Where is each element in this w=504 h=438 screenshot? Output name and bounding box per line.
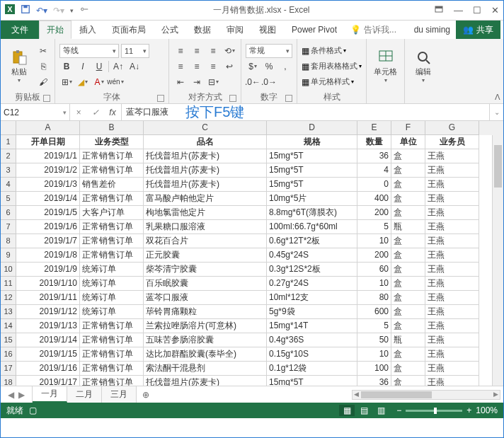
cell[interactable]: 正常销售订单 xyxy=(80,362,144,376)
prev-sheet-icon[interactable]: ◀ xyxy=(8,390,14,400)
zoom-in-icon[interactable]: + xyxy=(466,405,471,415)
zoom-slider[interactable] xyxy=(406,410,462,412)
cell[interactable]: 2019/1/9 xyxy=(16,263,80,277)
cells-button[interactable]: 单元格▾ xyxy=(371,40,400,92)
cell[interactable]: 400 xyxy=(357,192,391,206)
cell[interactable]: 5 xyxy=(357,220,391,234)
align-right-icon[interactable]: ≡ xyxy=(206,59,220,74)
number-format-select[interactable]: 常规 xyxy=(246,44,292,58)
cell[interactable]: 2019/1/3 xyxy=(16,178,80,192)
row-header[interactable]: 10 xyxy=(1,263,16,277)
tab-powerpivot[interactable]: Power Pivot xyxy=(284,21,345,39)
cell[interactable]: 2019/1/16 xyxy=(16,362,80,376)
cell[interactable]: 统筹订单 xyxy=(80,277,144,291)
cell[interactable]: 盒 xyxy=(391,319,425,333)
row-header[interactable]: 4 xyxy=(1,178,16,192)
cell[interactable]: 开单日期 xyxy=(16,135,80,149)
save-icon[interactable] xyxy=(21,4,30,16)
cell[interactable]: 0.4g*36S xyxy=(267,333,357,347)
cell[interactable]: 数量 xyxy=(357,135,391,149)
column-header[interactable]: F xyxy=(391,121,425,135)
cell[interactable]: 瓶 xyxy=(391,220,425,234)
cell[interactable]: 规格 xyxy=(267,135,357,149)
editing-button[interactable]: 编辑▾ xyxy=(409,40,437,92)
paste-button[interactable]: 粘贴 ▾ xyxy=(5,40,33,92)
cell[interactable]: 正常销售订单 xyxy=(80,376,144,386)
cell[interactable]: 600 xyxy=(357,305,391,319)
cell[interactable]: 王燕 xyxy=(425,149,479,163)
cell[interactable]: 0.27g*24S xyxy=(267,277,357,291)
cell[interactable]: 200 xyxy=(357,248,391,263)
cell[interactable]: 60 xyxy=(357,263,391,277)
cell[interactable]: 托伐普坦片(苏麦卡) xyxy=(144,163,267,178)
user-name[interactable]: du siming xyxy=(408,21,456,39)
cell[interactable]: 大客户订单 xyxy=(80,206,144,220)
cut-icon[interactable]: ✂ xyxy=(36,44,50,58)
cell[interactable]: 36 xyxy=(357,376,391,386)
merge-button[interactable]: ⊟ xyxy=(206,75,220,89)
tab-data[interactable]: 数据 xyxy=(186,21,219,39)
orientation-icon[interactable]: ⟲ xyxy=(222,44,236,58)
cell[interactable]: 正常销售订单 xyxy=(80,319,144,333)
row-header[interactable]: 11 xyxy=(1,277,16,291)
cell[interactable]: 枸地氯雷他定片 xyxy=(144,206,267,220)
touch-mode-icon[interactable] xyxy=(79,4,89,16)
row-header[interactable]: 17 xyxy=(1,362,16,376)
cell[interactable]: 正常销售订单 xyxy=(80,234,144,248)
maximize-icon[interactable]: ☐ xyxy=(473,5,481,16)
row-header[interactable]: 15 xyxy=(1,333,16,347)
cell[interactable]: 盒 xyxy=(391,178,425,192)
cell[interactable]: 盒 xyxy=(391,192,425,206)
cell[interactable]: 王燕 xyxy=(425,220,479,234)
cell[interactable]: 10mg*5片 xyxy=(267,192,357,206)
tab-file[interactable]: 文件 xyxy=(1,21,39,39)
close-icon[interactable]: ✕ xyxy=(491,5,499,16)
dialog-launcher-icon[interactable] xyxy=(229,95,236,102)
tab-view[interactable]: 视图 xyxy=(251,21,284,39)
cell-style-button[interactable]: ▦单元格样式▾ xyxy=(302,75,362,89)
column-header[interactable]: D xyxy=(267,121,357,135)
cell[interactable]: 正常销售订单 xyxy=(80,192,144,206)
cell[interactable]: 2019/1/14 xyxy=(16,333,80,347)
cell[interactable]: 盒 xyxy=(391,376,425,386)
macro-icon[interactable]: ▢ xyxy=(29,405,37,415)
cell[interactable]: 王燕 xyxy=(425,305,479,319)
row-header[interactable]: 14 xyxy=(1,319,16,333)
cell[interactable]: 销售差价 xyxy=(80,178,144,192)
share-button[interactable]: 👥共享 xyxy=(456,21,500,39)
cell[interactable]: 0.6g*12T*2板 xyxy=(267,234,357,248)
row-header[interactable]: 16 xyxy=(1,347,16,362)
cell[interactable]: 2019/1/6 xyxy=(16,220,80,234)
cell[interactable]: 2019/1/5 xyxy=(16,206,80,220)
normal-view-icon[interactable]: ▦ xyxy=(339,405,355,416)
cell[interactable]: 10 xyxy=(357,234,391,248)
tab-insert[interactable]: 插入 xyxy=(71,21,104,39)
cell[interactable]: 50 xyxy=(357,333,391,347)
redo-icon[interactable]: ↷▾ xyxy=(53,6,64,16)
align-left-icon[interactable]: ≡ xyxy=(173,59,188,74)
cell[interactable]: 正常销售订单 xyxy=(80,149,144,163)
row-header[interactable]: 5 xyxy=(1,192,16,206)
phonetic-button[interactable]: wén xyxy=(108,75,122,89)
cell[interactable]: 2019/1/15 xyxy=(16,347,80,362)
cell[interactable]: 5 xyxy=(357,319,391,333)
tell-me[interactable]: 💡告诉我... xyxy=(345,21,402,39)
cell[interactable]: 正常销售订单 xyxy=(80,163,144,178)
cell[interactable]: 双花百合片 xyxy=(144,234,267,248)
decrease-indent-icon[interactable]: ⇤ xyxy=(173,75,188,89)
cell[interactable]: 0.45g*24S xyxy=(267,248,357,263)
cell[interactable]: 盒 xyxy=(391,149,425,163)
sheet-tab[interactable]: 三月 xyxy=(102,386,137,403)
cell[interactable]: 兰索拉唑肠溶片(可意林) xyxy=(144,319,267,333)
align-top-icon[interactable]: ≡ xyxy=(173,44,188,58)
cell[interactable]: 80 xyxy=(357,291,391,305)
page-layout-view-icon[interactable]: ▤ xyxy=(356,405,372,416)
cell[interactable]: 盒 xyxy=(391,305,425,319)
cell[interactable]: 蓝芩口服液 xyxy=(144,291,267,305)
cell[interactable]: 统筹订单 xyxy=(80,305,144,319)
row-header[interactable]: 13 xyxy=(1,305,16,319)
cell[interactable]: 正常销售订单 xyxy=(80,333,144,347)
cancel-icon[interactable]: × xyxy=(70,108,87,117)
column-header[interactable]: C xyxy=(144,121,267,135)
ribbon-opts-icon[interactable] xyxy=(434,4,444,16)
